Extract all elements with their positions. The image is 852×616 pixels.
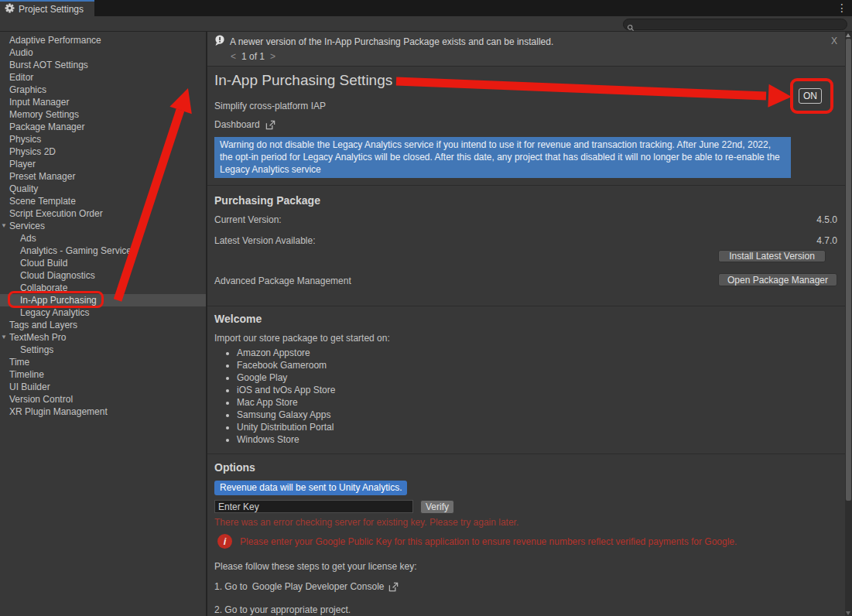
sidebar-item-label: Input Manager xyxy=(9,97,69,108)
sidebar-item-textmesh-pro[interactable]: ▼TextMesh Pro xyxy=(0,331,206,344)
sidebar-item-label: Memory Settings xyxy=(9,109,79,120)
sidebar-item-xr-plugin-management[interactable]: XR Plugin Management xyxy=(0,406,206,418)
sidebar-item-label: Time xyxy=(9,357,29,368)
sidebar-item-label: Cloud Build xyxy=(20,258,67,269)
sidebar-item-graphics[interactable]: Graphics xyxy=(0,84,206,96)
kebab-menu-icon[interactable]: ⋮ xyxy=(837,2,847,14)
sidebar-item-quality[interactable]: Quality xyxy=(0,183,206,195)
sidebar-item-label: Timeline xyxy=(9,369,44,380)
latest-version-label: Latest Version Available: xyxy=(214,235,316,246)
sidebar-item-label: Version Control xyxy=(9,394,73,405)
pager-count: 1 of 1 xyxy=(241,51,265,62)
sidebar-item-version-control[interactable]: Version Control xyxy=(0,393,206,406)
pager-next-icon[interactable]: > xyxy=(270,51,275,62)
store-list-item: Amazon Appstore xyxy=(237,347,335,359)
advanced-package-management-label: Advanced Package Management xyxy=(214,275,351,286)
sidebar-item-time[interactable]: Time xyxy=(0,356,206,368)
search-box[interactable] xyxy=(623,19,847,30)
sidebar-item-script-execution-order[interactable]: Script Execution Order xyxy=(0,207,206,220)
revenue-note: Revenue data will be sent to Unity Analy… xyxy=(214,481,407,495)
project-settings-window: Project Settings ⋮ Adaptive PerformanceA… xyxy=(0,0,852,616)
sidebar-item-cloud-build[interactable]: Cloud Build xyxy=(0,257,206,269)
sidebar-item-in-app-purchasing[interactable]: In-App Purchasing xyxy=(0,294,206,306)
sidebar-item-label: Scene Template xyxy=(9,196,76,207)
sidebar-item-label: Settings xyxy=(20,344,53,355)
console-info-icon xyxy=(214,35,226,50)
sidebar-item-label: Analytics - Gaming Services xyxy=(20,245,136,256)
sidebar-item-ui-builder[interactable]: UI Builder xyxy=(0,381,206,393)
dashboard-label: Dashboard xyxy=(214,119,260,130)
sidebar-item-label: Burst AOT Settings xyxy=(9,60,88,70)
server-error-text: There was an error checking server for e… xyxy=(214,517,518,528)
sidebar-item-cloud-diagnostics[interactable]: Cloud Diagnostics xyxy=(0,269,206,282)
sidebar-item-burst-aot-settings[interactable]: Burst AOT Settings xyxy=(0,59,206,71)
store-list-item: Mac App Store xyxy=(237,396,335,409)
sidebar-item-label: Services xyxy=(9,221,45,231)
pager-prev-icon[interactable]: < xyxy=(231,51,236,62)
sidebar-item-label: UI Builder xyxy=(9,382,50,392)
sidebar-item-collaborate[interactable]: Collaborate xyxy=(0,282,206,294)
sidebar-item-label: Quality xyxy=(9,183,38,194)
search-input[interactable] xyxy=(635,20,836,29)
sidebar-item-adaptive-performance[interactable]: Adaptive Performance xyxy=(0,34,206,46)
settings-sidebar: Adaptive PerformanceAudioBurst AOT Setti… xyxy=(0,32,206,616)
google-play-console-link[interactable]: Google Play Developer Console xyxy=(252,581,385,592)
sidebar-item-preset-manager[interactable]: Preset Manager xyxy=(0,170,206,183)
service-on-toggle[interactable]: ON xyxy=(799,88,822,104)
sidebar-item-memory-settings[interactable]: Memory Settings xyxy=(0,108,206,121)
latest-version-value: 4.7.0 xyxy=(816,235,837,246)
sidebar-item-scene-template[interactable]: Scene Template xyxy=(0,195,206,207)
steps-intro: Please follow these steps to get your li… xyxy=(214,561,416,572)
store-list: Amazon AppstoreFacebook GameroomGoogle P… xyxy=(226,347,335,446)
sidebar-item-package-manager[interactable]: Package Manager xyxy=(0,121,206,133)
scroll-down-icon[interactable] xyxy=(846,611,850,615)
sidebar-item-ads[interactable]: Ads xyxy=(0,232,206,245)
sidebar-item-player[interactable]: Player xyxy=(0,158,206,170)
sidebar-item-settings[interactable]: Settings xyxy=(0,344,206,356)
sidebar-item-analytics-gaming-services[interactable]: Analytics - Gaming Services xyxy=(0,245,206,257)
store-list-item: iOS and tvOs App Store xyxy=(237,384,335,396)
sidebar-item-physics[interactable]: Physics xyxy=(0,133,206,145)
store-list-item: Facebook Gameroom xyxy=(237,359,335,371)
vertical-scrollbar xyxy=(845,32,852,616)
sidebar-item-legacy-analytics[interactable]: Legacy Analytics xyxy=(0,306,206,319)
notification-pager: < 1 of 1 > xyxy=(231,51,275,62)
sidebar-item-label: Collaborate xyxy=(20,282,67,293)
sidebar-item-label: Preset Manager xyxy=(9,171,75,182)
google-key-input[interactable] xyxy=(214,500,413,513)
sidebar-item-label: XR Plugin Management xyxy=(9,406,108,417)
sidebar-item-label: Tags and Layers xyxy=(9,320,77,330)
sidebar-item-label: In-App Purchasing xyxy=(20,295,97,306)
tab-project-settings[interactable]: Project Settings xyxy=(0,0,94,16)
sidebar-item-label: Audio xyxy=(9,47,33,58)
close-icon[interactable]: X xyxy=(831,36,837,46)
external-link-icon xyxy=(265,120,275,130)
install-latest-version-button[interactable]: Install Latest Version xyxy=(718,250,826,262)
tab-title: Project Settings xyxy=(19,4,84,15)
dashboard-link[interactable]: Dashboard xyxy=(214,119,275,130)
scrollbar-thumb[interactable] xyxy=(846,39,851,501)
foldout-triangle-down-icon[interactable]: ▼ xyxy=(1,331,7,344)
sidebar-item-input-manager[interactable]: Input Manager xyxy=(0,96,206,108)
search-icon xyxy=(627,21,635,29)
current-version-value: 4.5.0 xyxy=(816,214,837,225)
settings-toolbar xyxy=(0,16,852,32)
section-separator xyxy=(207,185,845,186)
foldout-triangle-down-icon[interactable]: ▼ xyxy=(1,220,7,232)
scroll-up-icon[interactable] xyxy=(846,33,850,37)
sidebar-item-tags-and-layers[interactable]: Tags and Layers xyxy=(0,319,206,331)
sidebar-item-services[interactable]: ▼Services xyxy=(0,220,206,232)
options-heading: Options xyxy=(214,461,255,474)
current-version-label: Current Version: xyxy=(214,214,282,225)
verify-button[interactable]: Verify xyxy=(420,500,454,514)
sidebar-item-editor[interactable]: Editor xyxy=(0,71,206,84)
sidebar-list: Adaptive PerformanceAudioBurst AOT Setti… xyxy=(0,32,206,418)
tab-bar: Project Settings ⋮ xyxy=(0,0,852,16)
page-title: In-App Purchasing Settings xyxy=(214,72,392,89)
sidebar-item-audio[interactable]: Audio xyxy=(0,46,206,59)
store-list-item: Google Play xyxy=(237,371,335,384)
google-key-message: Please enter your Google Public Key for … xyxy=(240,536,737,547)
sidebar-item-timeline[interactable]: Timeline xyxy=(0,368,206,381)
sidebar-item-physics-2d[interactable]: Physics 2D xyxy=(0,145,206,158)
open-package-manager-button[interactable]: Open Package Manager xyxy=(718,273,837,286)
